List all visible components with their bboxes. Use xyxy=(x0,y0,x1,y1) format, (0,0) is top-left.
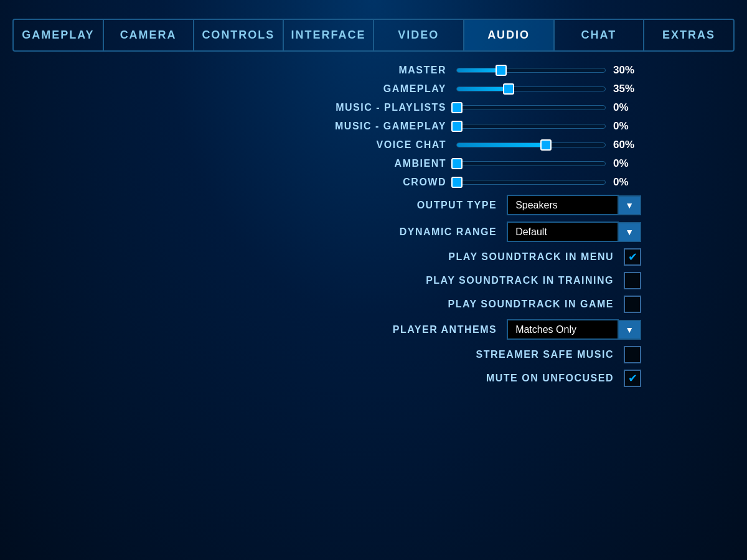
slider-container-voice-chat[interactable]: 60% xyxy=(456,139,641,151)
label-play-soundtrack-training: PLAY SOUNDTRACK IN TRAINING xyxy=(426,275,614,286)
label-play-soundtrack-menu: PLAY SOUNDTRACK IN MENU xyxy=(448,251,614,263)
slider-track-music-playlists[interactable] xyxy=(456,105,606,110)
label-gameplay: GAMEPLAY xyxy=(284,83,446,95)
checkbox-container-mute-on-unfocused[interactable]: ✔ xyxy=(624,370,641,387)
slider-fill-gameplay xyxy=(457,87,509,91)
slider-thumb-voice-chat[interactable] xyxy=(540,139,552,151)
label-voice-chat: VOICE CHAT xyxy=(284,139,446,151)
label-player-anthems: PLAYER ANTHEMS xyxy=(335,324,497,335)
label-master: MASTER xyxy=(284,65,446,76)
tab-gameplay[interactable]: GAMEPLAY xyxy=(14,20,104,50)
label-output-type: OUTPUT TYPE xyxy=(335,200,497,211)
setting-row-player-anthems: PLAYER ANTHEMSMatches OnlyAlwaysNever▼ xyxy=(106,319,641,340)
label-music-playlists: MUSIC - PLAYLISTS xyxy=(284,102,446,113)
tab-chat[interactable]: CHAT xyxy=(555,20,645,50)
slider-container-music-gameplay[interactable]: 0% xyxy=(456,120,641,133)
slider-value-master: 30% xyxy=(613,64,641,77)
dropdown-container-output-type[interactable]: SpeakersHeadphonesSurround▼ xyxy=(507,195,641,215)
label-ambient: AMBIENT xyxy=(284,158,446,169)
setting-row-ambient: AMBIENT0% xyxy=(106,157,641,170)
page-title xyxy=(0,0,747,19)
tab-extras[interactable]: EXTRAS xyxy=(644,20,733,50)
dropdown-dynamic-range[interactable]: DefaultLowMediumHigh xyxy=(507,222,619,242)
setting-row-output-type: OUTPUT TYPESpeakersHeadphonesSurround▼ xyxy=(106,195,641,215)
setting-row-dynamic-range: DYNAMIC RANGEDefaultLowMediumHigh▼ xyxy=(106,222,641,242)
slider-thumb-gameplay[interactable] xyxy=(503,83,514,95)
settings-content: MASTER30%GAMEPLAY35%MUSIC - PLAYLISTS0%M… xyxy=(93,64,654,387)
checkbox-container-streamer-safe-music[interactable] xyxy=(624,346,641,363)
slider-track-music-gameplay[interactable] xyxy=(456,124,606,129)
slider-fill-voice-chat xyxy=(457,143,546,147)
slider-container-crowd[interactable]: 0% xyxy=(456,176,641,189)
label-streamer-safe-music: STREAMER SAFE MUSIC xyxy=(452,349,614,360)
tab-camera[interactable]: CAMERA xyxy=(104,20,194,50)
checkbox-mute-on-unfocused[interactable]: ✔ xyxy=(624,370,641,387)
dropdown-arrow-output-type[interactable]: ▼ xyxy=(619,195,641,215)
label-music-gameplay: MUSIC - GAMEPLAY xyxy=(284,121,446,132)
slider-thumb-music-gameplay[interactable] xyxy=(451,121,463,132)
slider-value-music-gameplay: 0% xyxy=(613,120,641,133)
setting-row-play-soundtrack-training: PLAY SOUNDTRACK IN TRAINING xyxy=(106,272,641,289)
setting-row-play-soundtrack-menu: PLAY SOUNDTRACK IN MENU✔ xyxy=(106,248,641,266)
setting-row-music-playlists: MUSIC - PLAYLISTS0% xyxy=(106,101,641,114)
setting-row-streamer-safe-music: STREAMER SAFE MUSIC xyxy=(106,346,641,363)
dropdown-output-type[interactable]: SpeakersHeadphonesSurround xyxy=(507,195,619,215)
slider-value-ambient: 0% xyxy=(613,157,641,170)
slider-fill-master xyxy=(457,68,501,72)
setting-row-voice-chat: VOICE CHAT60% xyxy=(106,139,641,151)
checkbox-play-soundtrack-game[interactable] xyxy=(624,296,641,313)
slider-thumb-crowd[interactable] xyxy=(451,177,463,188)
label-play-soundtrack-game: PLAY SOUNDTRACK IN GAME xyxy=(448,299,614,310)
slider-track-voice-chat[interactable] xyxy=(456,142,606,147)
setting-row-master: MASTER30% xyxy=(106,64,641,77)
tab-controls[interactable]: CONTROLS xyxy=(194,20,284,50)
slider-container-music-playlists[interactable]: 0% xyxy=(456,101,641,114)
setting-row-play-soundtrack-game: PLAY SOUNDTRACK IN GAME xyxy=(106,296,641,313)
slider-track-ambient[interactable] xyxy=(456,161,606,166)
checkbox-streamer-safe-music[interactable] xyxy=(624,346,641,363)
setting-row-crowd: CROWD0% xyxy=(106,176,641,189)
dropdown-arrow-player-anthems[interactable]: ▼ xyxy=(619,320,641,340)
tabs-nav: GAMEPLAYCAMERACONTROLSINTERFACEVIDEOAUDI… xyxy=(12,19,735,52)
slider-container-ambient[interactable]: 0% xyxy=(456,157,641,170)
label-dynamic-range: DYNAMIC RANGE xyxy=(335,226,497,238)
dropdown-container-dynamic-range[interactable]: DefaultLowMediumHigh▼ xyxy=(507,222,641,242)
tab-video[interactable]: VIDEO xyxy=(374,20,464,50)
slider-thumb-ambient[interactable] xyxy=(451,158,463,169)
tab-audio[interactable]: AUDIO xyxy=(464,20,555,50)
tab-interface[interactable]: INTERFACE xyxy=(284,20,374,50)
setting-row-mute-on-unfocused: MUTE ON UNFOCUSED✔ xyxy=(106,370,641,387)
checkbox-container-play-soundtrack-menu[interactable]: ✔ xyxy=(624,248,641,266)
setting-row-music-gameplay: MUSIC - GAMEPLAY0% xyxy=(106,120,641,133)
slider-value-voice-chat: 60% xyxy=(613,139,641,151)
setting-row-gameplay: GAMEPLAY35% xyxy=(106,83,641,95)
slider-track-master[interactable] xyxy=(456,68,606,73)
slider-value-music-playlists: 0% xyxy=(613,101,641,114)
slider-container-master[interactable]: 30% xyxy=(456,64,641,77)
label-crowd: CROWD xyxy=(284,177,446,188)
checkbox-container-play-soundtrack-training[interactable] xyxy=(624,272,641,289)
checkbox-container-play-soundtrack-game[interactable] xyxy=(624,296,641,313)
slider-track-gameplay[interactable] xyxy=(456,86,606,91)
dropdown-player-anthems[interactable]: Matches OnlyAlwaysNever xyxy=(507,319,619,340)
dropdown-container-player-anthems[interactable]: Matches OnlyAlwaysNever▼ xyxy=(507,319,641,340)
label-mute-on-unfocused: MUTE ON UNFOCUSED xyxy=(452,373,614,384)
slider-track-crowd[interactable] xyxy=(456,180,606,185)
dropdown-arrow-dynamic-range[interactable]: ▼ xyxy=(619,222,641,242)
slider-value-crowd: 0% xyxy=(613,176,641,189)
slider-thumb-master[interactable] xyxy=(496,65,507,76)
slider-thumb-music-playlists[interactable] xyxy=(451,102,463,113)
slider-value-gameplay: 35% xyxy=(613,83,641,95)
slider-container-gameplay[interactable]: 35% xyxy=(456,83,641,95)
checkbox-play-soundtrack-training[interactable] xyxy=(624,272,641,289)
checkbox-play-soundtrack-menu[interactable]: ✔ xyxy=(624,248,641,266)
